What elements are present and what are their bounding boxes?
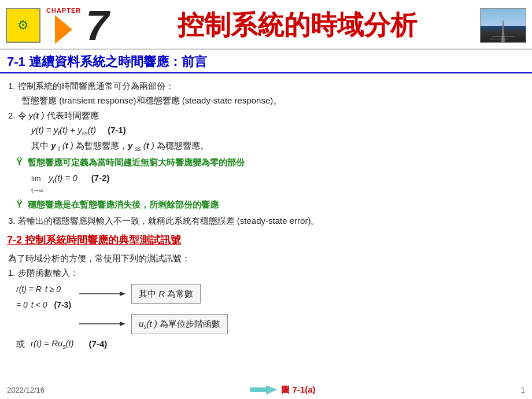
main-content2: 為了時域分析的方便，常使用下列的測試訊號： 1. 步階函數輸入： r(t) = … [0,250,532,354]
arrow2: us(t ) 為單位步階函數 [79,314,228,335]
note-box-us: us(t ) 為單位步階函數 [131,314,228,335]
page-title: 控制系統的時域分析 [114,8,480,43]
formula-row2: = 0 t < 0 (7-3) [16,297,71,313]
formula-eq0: = 0 [16,297,28,313]
green-note2: Ÿ 穩態響應是在暫態響應消失後，所剩餘部份的響應 [16,197,524,212]
arrow1-svg [79,289,125,298]
note-box-R: 其中 R 為常數 [131,284,201,303]
section2-heading: 7-2 控制系統時間響應的典型測試訊號 [0,231,532,248]
footer-date: 2022/12/16 [7,386,45,394]
content-item3: 3. 若輸出的穩態響應與輸入不一致，就稱此系統有穩態誤差 (steady-sta… [8,214,524,227]
wire-decoration2 [492,36,515,36]
arrow1: 其中 R 為常數 [79,284,228,303]
label-73: (7-3) [54,297,72,313]
header: ⚙ CHAPTER 7 控制系統的時域分析 [0,0,532,50]
formula-limit: limt→∞ yt(t) = 0 (7-2) [31,171,524,196]
step-function-diagram: r(t) = R t ≥ 0 = 0 t < 0 (7-3) 其中 R 為常數 [16,282,524,334]
green-note1-text: 暫態響應可定義為當時間趨近無窮大時響應變為零的部份 [28,157,245,167]
main-content: 1. 控制系統的時間響應通常可分為兩部份： 暫態響應 (transient re… [0,77,532,231]
bottom-bar: 2022/12/16 圖 7-1(a) 1 [0,384,532,396]
formula-Rus: r(t) = Rus(t) [31,337,74,352]
content2-intro: 為了時域分析的方便，常使用下列的測試訊號： [8,252,524,265]
arrow-connectors: 其中 R 為常數 us(t ) 為單位步階函數 [79,284,228,334]
content-item2: 2. 令 y(t ) 代表時間響應 [8,109,524,122]
content-item1: 1. 控制系統的時間響應通常可分為兩部份： [8,79,524,93]
svg-marker-1 [120,291,125,296]
nav-arrow-icon [250,384,279,396]
or-text: 或 [16,337,25,350]
chapter-arrow-icon [55,15,72,44]
formula-label-71: (7-1) [108,125,126,135]
label-74: (7-4) [89,337,108,350]
formula-yt-text: y(t) = yt(t) + yss(t) [31,125,98,135]
svg-rect-4 [250,387,267,392]
svg-marker-3 [120,322,125,326]
limit-text: yt(t) = 0 [49,171,77,186]
footer-page: 1 [521,386,525,394]
formula-rt-R: r(t) = R [16,282,42,297]
chapter-label: CHAPTER [46,7,81,14]
bullet1: Ÿ [16,157,23,168]
header-photo [480,8,526,43]
formula-yt: y(t) = yt(t) + yss(t) (7-1) [31,123,524,138]
content-item1-sub: 暫態響應 (transient response)和穩態響應 (steady-s… [22,94,524,107]
wire-decoration [490,39,508,39]
logo: ⚙ [6,8,40,43]
arrow2-svg [79,319,125,328]
formula-t-ge: t ≥ 0 [45,282,61,297]
step-formulas-block: r(t) = R t ≥ 0 = 0 t < 0 (7-3) [16,282,71,312]
formula-label-72: (7-2) [91,171,110,184]
formula-row1: r(t) = R t ≥ 0 [16,282,71,297]
logo-icon: ⚙ [17,18,29,33]
formula-t-lt: t < 0 [31,297,47,313]
section2-heading-text: 7-2 控制系統時間響應的典型測試訊號 [7,234,181,246]
section1-heading: 7-1 連續資料系統之時間響應：前言 [0,50,532,73]
svg-marker-5 [266,385,278,394]
limit-subscript: limt→∞ [31,173,44,196]
nav-arrow[interactable]: 圖 7-1(a) [250,384,315,396]
content2-item1: 1. 步階函數輸入： [8,266,524,279]
note-yt: 其中 y t (t ) 為暫態響應，y ss (t ) 為穩態響應。 [31,139,524,154]
or-row: 或 r(t) = Rus(t) (7-4) [16,337,524,352]
bullet2: Ÿ [16,199,23,210]
chapter-number: 7 [86,5,109,46]
green-note2-text: 穩態響應是在暫態響應消失後，所剩餘部份的響應 [28,200,219,209]
green-note1: Ÿ 暫態響應可定義為當時間趨近無窮大時響應變為零的部份 [16,155,524,170]
nav-label: 圖 7-1(a) [281,385,315,396]
